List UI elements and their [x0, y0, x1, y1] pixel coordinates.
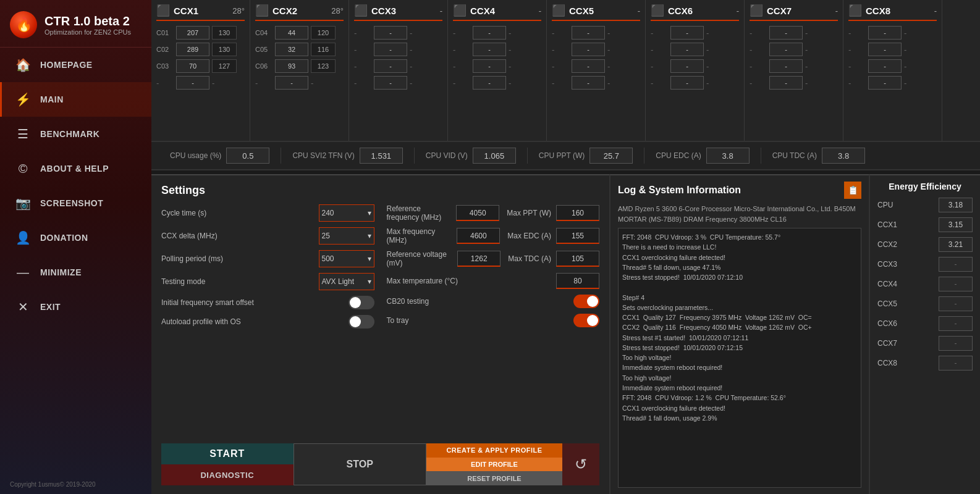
status-value-2: 1.065: [473, 148, 516, 164]
ccx-val1-1-0[interactable]: [275, 26, 308, 40]
ccx-val1-7-3[interactable]: [868, 76, 902, 90]
ccx-val1-7-0[interactable]: [868, 26, 902, 40]
ccx-bar: ⬛ CCX1 28° C01 C02 C03 - - ⬛ CCX2 28°: [151, 0, 980, 142]
refresh-button[interactable]: ↺: [562, 443, 599, 485]
create-apply-button[interactable]: CREATE & APPLY PROFILE: [426, 443, 562, 458]
settings-panel: Settings Cycle time (s) 240 ▾ CCX delta …: [151, 174, 609, 494]
toggle-4[interactable]: [348, 296, 374, 309]
ccx-val1-5-1[interactable]: [670, 43, 704, 56]
ccx-val1-1-2[interactable]: [275, 59, 308, 73]
ccx-val1-3-2[interactable]: [473, 59, 506, 73]
ccx-val1-6-2[interactable]: [769, 59, 803, 73]
ccx-val2-1-2[interactable]: [311, 59, 336, 73]
ccx-val2-1-0[interactable]: [311, 26, 336, 40]
setting-dropdown-0[interactable]: 240 ▾: [319, 204, 374, 222]
ccx-val1-4-2[interactable]: [572, 59, 605, 73]
setting-left-2: Polling period (ms) 500 ▾: [161, 250, 374, 267]
sidebar-item-homepage[interactable]: 🏠 HOMEPAGE: [0, 48, 151, 82]
energy-label-8: CCX8: [877, 359, 897, 367]
ccx-val1-0-1[interactable]: [176, 43, 209, 56]
setting-control-left-0: 240 ▾: [319, 204, 374, 222]
chevron-down-icon-1: ▾: [368, 232, 371, 240]
ccx-val1-1-3[interactable]: [275, 76, 308, 90]
ccx-row-empty-4-0: - -: [552, 26, 640, 40]
ccx-val1-6-1[interactable]: [769, 43, 803, 56]
ccx-name-1: CCX2: [272, 6, 297, 16]
ccx-val1-2-3[interactable]: [374, 76, 407, 90]
ccx-val1-1-1[interactable]: [275, 43, 308, 56]
ccx-header-0: ⬛ CCX1 28°: [156, 4, 245, 21]
ccx-val1-0-2[interactable]: [176, 59, 209, 73]
energy-title: Energy Efficiency: [877, 182, 973, 191]
chevron-down-icon-3: ▾: [368, 277, 371, 286]
sidebar-item-exit[interactable]: ✕ EXIT: [0, 290, 151, 324]
ccx-val1-3-1[interactable]: [473, 43, 506, 56]
sidebar-item-minimize[interactable]: — MINIMIZE: [0, 255, 151, 290]
toggle-right-4[interactable]: [573, 295, 599, 308]
setting-dropdown-3[interactable]: AVX Light ▾: [319, 273, 374, 290]
start-button[interactable]: START: [161, 443, 294, 464]
setting-label-extra-1: Max EDC (A): [507, 232, 551, 240]
ccx-header-3: ⬛ CCX4 -: [453, 4, 541, 21]
sidebar-footer: Copyright 1usmus© 2019-2020: [0, 475, 151, 494]
ccx-row-empty-3-1: - -: [453, 43, 541, 56]
ccx-val1-4-3[interactable]: [572, 76, 605, 90]
ccx-val1-4-0[interactable]: [572, 26, 605, 40]
ccx-temp-2: -: [440, 6, 442, 15]
ccx-row-empty-3-0: - -: [453, 26, 541, 40]
ccx-val1-2-0[interactable]: [374, 26, 407, 40]
setting-dropdown-1[interactable]: 25 ▾: [319, 227, 374, 245]
log-copy-icon[interactable]: 📋: [844, 182, 861, 199]
chip-icon-4: ⬛: [552, 4, 565, 17]
sidebar-item-benchmark[interactable]: ☰ BENCHMARK: [0, 117, 151, 151]
ccx-val2-1-1[interactable]: [311, 43, 336, 56]
setting-dropdown-2[interactable]: 500 ▾: [319, 250, 374, 267]
stop-button[interactable]: STOP: [294, 443, 427, 485]
sidebar-item-about[interactable]: © ABOUT & HELP: [0, 151, 151, 186]
ccx-val1-5-3[interactable]: [670, 76, 704, 90]
ccx-row-0-1: C02: [156, 43, 245, 56]
toggle-right-5[interactable]: [573, 314, 599, 327]
log-text[interactable]: FFT: 2048 CPU Vdroop: 3 % CPU Temperatur…: [618, 228, 861, 488]
toggle-5[interactable]: [348, 315, 374, 329]
sidebar-item-main[interactable]: ⚡ MAIN: [0, 82, 151, 117]
ccx-val1-3-0[interactable]: [473, 26, 506, 40]
setting-control-left-2: 500 ▾: [319, 250, 374, 267]
reset-profile-button[interactable]: RESET PROFILE: [426, 471, 562, 485]
ccx-row-empty-3-3: - -: [453, 76, 541, 90]
settings-body: Cycle time (s) 240 ▾ CCX delta (MHz) 25 …: [161, 204, 599, 437]
ccx-row-empty-6-3: - -: [750, 76, 838, 90]
ccx-row-empty-4-2: - -: [552, 59, 640, 73]
ccx-row-empty-0-3: - -: [156, 76, 245, 90]
setting-left-4: Initial frequency smart offset: [161, 296, 374, 309]
ccx-name-2: CCX3: [371, 6, 396, 16]
homepage-icon: 🏠: [14, 56, 32, 73]
edit-profile-button[interactable]: EDIT PROFILE: [426, 458, 562, 472]
ccx-val2-0-0[interactable]: [212, 26, 237, 40]
ccx-core-label-0-1: C02: [156, 46, 174, 53]
diagnostic-button[interactable]: DIAGNOSTIC: [161, 464, 294, 485]
ccx-val1-0-0[interactable]: [176, 26, 209, 40]
ccx-val1-2-2[interactable]: [374, 59, 407, 73]
ccx-val1-2-1[interactable]: [374, 43, 407, 56]
ccx-val1-5-0[interactable]: [670, 26, 704, 40]
sidebar-item-donation[interactable]: 👤 DONATION: [0, 220, 151, 255]
ccx-val1-4-1[interactable]: [572, 43, 605, 56]
ccx-val1-0-3[interactable]: [176, 76, 209, 90]
ccx-header-6: ⬛ CCX7 -: [750, 4, 838, 21]
chip-icon-0: ⬛: [156, 4, 170, 17]
setting-val-left-1: 4600: [457, 228, 500, 244]
setting-label-right-0: Reference frequency (MHz): [387, 204, 452, 222]
ccx-val1-3-3[interactable]: [473, 76, 506, 90]
sidebar-item-screenshot[interactable]: 📷 SCREENSHOT: [0, 186, 151, 220]
ccx-val1-6-3[interactable]: [769, 76, 803, 90]
ccx-val1-7-1[interactable]: [868, 43, 902, 56]
ccx-val1-7-2[interactable]: [868, 59, 902, 73]
ccx-name-3: CCX4: [470, 6, 495, 16]
ccx-val1-5-2[interactable]: [670, 59, 704, 73]
sidebar-title-block: CTR 1.0 beta 2 Optimization for ZEN2 CPU…: [44, 14, 131, 36]
ccx-val2-0-1[interactable]: [212, 43, 237, 56]
ccx-val1-6-0[interactable]: [769, 26, 803, 40]
status-item-0: CPU usage (%) 0.5: [159, 148, 281, 164]
ccx-val2-0-2[interactable]: [212, 59, 237, 73]
